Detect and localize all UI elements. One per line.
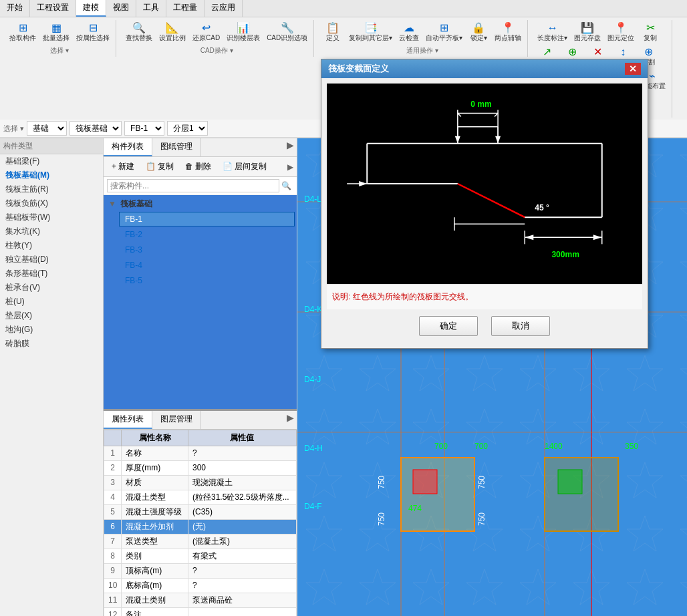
tab-quantity[interactable]: 工程量 bbox=[166, 0, 204, 17]
tab-start[interactable]: 开始 bbox=[0, 0, 30, 17]
prop-value-8[interactable]: 有梁式 bbox=[188, 549, 296, 563]
table-row: 12 备注 bbox=[104, 607, 297, 616]
batch-select-btn[interactable]: ▦ 批量选择 bbox=[40, 21, 72, 44]
identify-floor-btn[interactable]: 📊 识别楼层表 bbox=[224, 21, 263, 44]
search-input[interactable] bbox=[107, 179, 279, 192]
prop-value-1[interactable]: ? bbox=[188, 446, 296, 460]
restore-icon: ↩ bbox=[202, 23, 211, 33]
lock-btn[interactable]: 🔒 锁定▾ bbox=[466, 21, 491, 44]
row-num-1: 1 bbox=[104, 446, 122, 460]
tree-item-fb4[interactable]: FB-4 bbox=[119, 258, 295, 273]
table-row: 4 混凝土类型 (粒径31.5砼32.5级坍落度... bbox=[104, 490, 297, 504]
sidebar-item-pad-layer[interactable]: 垫层(X) bbox=[0, 309, 103, 323]
pick-label: 拾取构件 bbox=[9, 33, 36, 43]
props-close-btn[interactable]: ▶ bbox=[284, 411, 297, 429]
cloud-check-btn[interactable]: ☁ 云检查 bbox=[396, 21, 422, 44]
tab-view[interactable]: 视图 bbox=[106, 0, 136, 17]
props-name-header: 属性名称 bbox=[122, 430, 188, 446]
prop-value-12[interactable] bbox=[188, 607, 296, 616]
sidebar-item-brick-mold[interactable]: 砖胎膜 bbox=[0, 337, 103, 351]
prop-value-9[interactable]: ? bbox=[188, 563, 296, 578]
sidebar-item-isolated-foundation[interactable]: 独立基础(D) bbox=[0, 253, 103, 267]
tree-root: ▼ 筏板基础 bbox=[106, 197, 295, 211]
sidebar-item-foundation-beam[interactable]: 基础梁(F) bbox=[0, 154, 103, 168]
cross-label: 层间复制 bbox=[235, 162, 267, 171]
component-type-select[interactable]: 筏板基础 bbox=[70, 121, 122, 136]
panel-close-btn[interactable]: ▶ bbox=[284, 138, 297, 156]
sidebar-item-pile[interactable]: 桩(U) bbox=[0, 295, 103, 309]
raft-section-dialog[interactable]: 筏板变截面定义 ✕ 0 mm bbox=[321, 59, 648, 349]
find-replace-btn[interactable]: 🔍 查找替换 bbox=[123, 21, 155, 44]
delete-component-btn[interactable]: 🗑 删除 bbox=[180, 159, 216, 174]
tree-item-fb3[interactable]: FB-3 bbox=[119, 243, 295, 257]
tab-modeling[interactable]: 建模 bbox=[76, 0, 106, 17]
tab-drawing-manage[interactable]: 图纸管理 bbox=[152, 138, 201, 156]
row-num-4: 4 bbox=[104, 490, 122, 504]
table-row: 7 泵送类型 (混凝土泵) bbox=[104, 534, 297, 549]
sidebar-item-raft-foundation[interactable]: 筏板基础(M) bbox=[0, 168, 103, 182]
row-num-11: 11 bbox=[104, 593, 122, 607]
cross-icon: 📄 bbox=[223, 162, 233, 171]
copy-btn[interactable]: ✂ 复制 bbox=[638, 21, 662, 44]
length-dim-btn[interactable]: ↔ 长度标注▾ bbox=[535, 21, 570, 44]
more-btn[interactable]: ▶ bbox=[287, 162, 293, 172]
new-component-btn[interactable]: + 新建 bbox=[107, 159, 139, 174]
component-name-select[interactable]: FB-1 bbox=[124, 121, 164, 136]
dialog-close-btn[interactable]: ✕ bbox=[625, 63, 641, 75]
prop-value-5[interactable]: (C35) bbox=[188, 504, 296, 519]
sidebar-item-column-pedestal[interactable]: 柱敦(Y) bbox=[0, 239, 103, 253]
attr-select-btn[interactable]: ⊟ 按属性选择 bbox=[74, 21, 112, 44]
sidebar-item-raft-neg-bar[interactable]: 筏板负筋(X) bbox=[0, 196, 103, 210]
prop-value-3[interactable]: 现浇混凝土 bbox=[188, 475, 296, 490]
define-btn[interactable]: 📋 定义 bbox=[321, 21, 345, 44]
floor-icon: 📊 bbox=[237, 23, 250, 33]
prop-value-10[interactable]: ? bbox=[188, 578, 296, 593]
dialog-cancel-btn[interactable]: 取消 bbox=[491, 316, 550, 336]
properties-panel: 属性列表 图层管理 ▶ 属性名称 属性值 1 bbox=[104, 411, 297, 617]
sidebar-item-sump[interactable]: 集水坑(K) bbox=[0, 224, 103, 239]
search-icon[interactable]: 🔍 bbox=[279, 181, 293, 190]
prop-value-11[interactable]: 泵送商品砼 bbox=[188, 593, 296, 607]
copy-icon: ✂ bbox=[646, 23, 655, 33]
tab-component-list[interactable]: 构件列表 bbox=[104, 138, 152, 156]
tab-settings[interactable]: 工程设置 bbox=[30, 0, 76, 17]
tab-cloud[interactable]: 云应用 bbox=[204, 0, 243, 17]
tab-layer-manage[interactable]: 图层管理 bbox=[152, 411, 201, 429]
sidebar-item-foundation-strip[interactable]: 基础板带(W) bbox=[0, 210, 103, 224]
cross-floor-copy-btn[interactable]: 📄 层间复制 bbox=[218, 159, 271, 174]
prop-value-2[interactable]: 300 bbox=[188, 460, 296, 475]
sidebar-item-strip-foundation[interactable]: 条形基础(T) bbox=[0, 267, 103, 281]
component-list-panel: 构件列表 图纸管理 ▶ + 新建 📋 复制 🗑 删除 📄 bbox=[104, 138, 297, 411]
restore-cad-btn[interactable]: ↩ 还原CAD bbox=[190, 21, 223, 44]
copy-component-btn[interactable]: 📋 复制 bbox=[141, 159, 178, 174]
sidebar-item-trench[interactable]: 地沟(G) bbox=[0, 323, 103, 337]
component-panel-toolbar: + 新建 📋 复制 🗑 删除 📄 层间复制 ▶ bbox=[104, 157, 297, 177]
table-row: 10 底标高(m) ? bbox=[104, 578, 297, 593]
auto-align-btn[interactable]: ⊞ 自动平齐板▾ bbox=[423, 21, 465, 44]
tab-properties[interactable]: 属性列表 bbox=[104, 411, 152, 429]
cad-ops-group: 🔍 查找替换 📐 设置比例 ↩ 还原CAD 📊 识别楼层表 🔧 CA bbox=[120, 20, 314, 57]
sidebar-item-pile-cap[interactable]: 桩承台(V) bbox=[0, 281, 103, 295]
prop-value-6[interactable]: (无) bbox=[188, 519, 296, 534]
svg-text:700: 700 bbox=[474, 442, 488, 451]
set-scale-btn[interactable]: 📐 设置比例 bbox=[156, 21, 188, 44]
tree-item-fb5[interactable]: FB-5 bbox=[119, 273, 295, 288]
tree-item-fb2[interactable]: FB-2 bbox=[119, 227, 295, 242]
cad-identify-btn[interactable]: 🔧 CAD识别选项 bbox=[264, 21, 310, 44]
two-point-axis-btn[interactable]: 📍 两点辅轴 bbox=[492, 21, 524, 44]
sidebar-item-raft-main-bar[interactable]: 筏板主筋(R) bbox=[0, 182, 103, 196]
tree-item-fb1[interactable]: FB-1 bbox=[119, 212, 295, 226]
copy-layer-btn[interactable]: 📑 复制到其它层▾ bbox=[346, 21, 395, 44]
layer-select[interactable]: 分层1 bbox=[167, 121, 208, 136]
prop-value-4[interactable]: (粒径31.5砼32.5级坍落度... bbox=[188, 490, 296, 504]
dialog-confirm-btn[interactable]: 确定 bbox=[419, 316, 478, 336]
prop-value-7[interactable]: (混凝土泵) bbox=[188, 534, 296, 549]
tree-collapse-icon[interactable]: ▼ bbox=[108, 199, 116, 208]
tab-tools[interactable]: 工具 bbox=[136, 0, 166, 17]
locate-elem-btn[interactable]: 📍 图元定位 bbox=[605, 21, 637, 44]
save-elem-btn[interactable]: 💾 图元存盘 bbox=[571, 21, 603, 44]
length-icon: ↔ bbox=[547, 23, 558, 33]
floor-type-select[interactable]: 基础 bbox=[27, 121, 67, 136]
pick-component-btn[interactable]: ⊞ 拾取构件 bbox=[7, 21, 39, 44]
svg-text:750: 750 bbox=[477, 512, 487, 526]
